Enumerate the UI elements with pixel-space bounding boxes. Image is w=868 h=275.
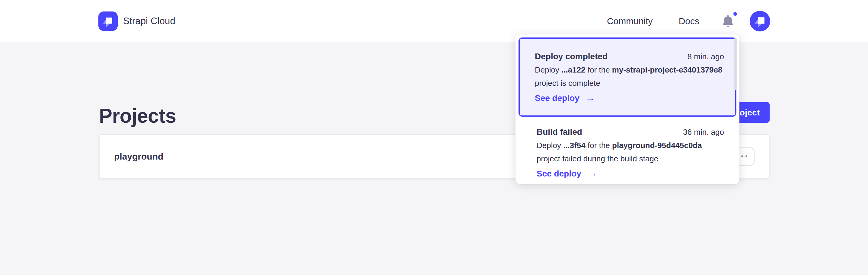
brand-name: Strapi Cloud bbox=[123, 16, 175, 26]
notifications-bell-button[interactable] bbox=[721, 13, 734, 28]
project-ref: my-strapi-project-e3401379e8 bbox=[612, 65, 722, 74]
deploy-hash: ...a122 bbox=[561, 65, 586, 74]
bell-icon bbox=[721, 13, 734, 28]
strapi-logo-icon bbox=[98, 11, 118, 30]
arrow-right-icon: → bbox=[587, 166, 597, 180]
notification-build-failed[interactable]: Build failed 36 min. ago Deploy ...3f54 … bbox=[519, 116, 736, 180]
notifications-dropdown: Deploy completed 8 min. ago Deploy ...a1… bbox=[516, 34, 739, 184]
notification-title: Build failed bbox=[537, 125, 582, 138]
deploy-hash: ...3f54 bbox=[563, 140, 586, 149]
notification-body: Deploy ...3f54 for the playground-95d445… bbox=[537, 139, 724, 165]
notification-header: Build failed 36 min. ago bbox=[537, 125, 724, 139]
nav-link-docs[interactable]: Docs bbox=[679, 16, 699, 26]
notification-time: 8 min. ago bbox=[687, 50, 724, 63]
see-deploy-link[interactable]: See deploy → bbox=[537, 166, 597, 180]
notification-time: 36 min. ago bbox=[683, 126, 724, 139]
notification-title: Deploy completed bbox=[535, 49, 608, 62]
brand[interactable]: Strapi Cloud bbox=[98, 11, 175, 30]
arrow-right-icon: → bbox=[586, 91, 595, 104]
nav-link-community[interactable]: Community bbox=[607, 16, 653, 26]
notification-header: Deploy completed 8 min. ago bbox=[535, 49, 724, 63]
notification-body: Deploy ...a122 for the my-strapi-project… bbox=[535, 63, 724, 90]
project-ref: playground-95d445c0da bbox=[612, 140, 702, 149]
project-name: playground bbox=[114, 151, 163, 161]
top-navigation: Community Docs bbox=[607, 10, 770, 31]
notification-deploy-completed[interactable]: Deploy completed 8 min. ago Deploy ...a1… bbox=[519, 37, 736, 116]
scrollbar-thumb[interactable] bbox=[734, 38, 737, 90]
unread-indicator-dot bbox=[733, 12, 737, 16]
avatar-strapi-icon bbox=[749, 10, 770, 31]
page-title: Projects bbox=[99, 104, 176, 128]
user-avatar-button[interactable] bbox=[749, 10, 770, 31]
app-root: Strapi Cloud Community Docs Pr bbox=[0, 0, 868, 275]
see-deploy-link[interactable]: See deploy → bbox=[535, 91, 595, 104]
